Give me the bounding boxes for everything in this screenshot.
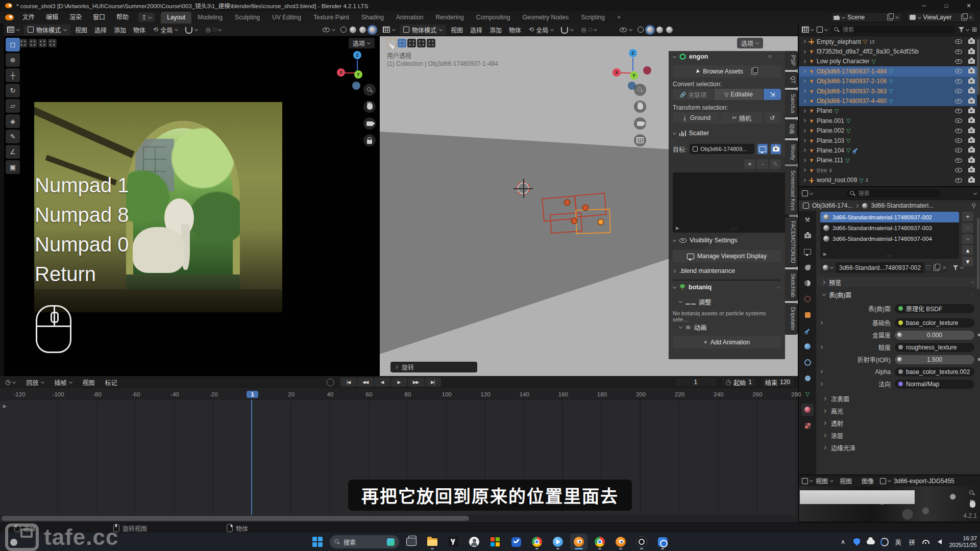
- sidebar-tab[interactable]: PSP: [785, 51, 798, 70]
- collapsed-section[interactable]: 透射: [817, 417, 980, 429]
- convert-apply-button[interactable]: ⇲: [764, 89, 781, 100]
- new-collection-button[interactable]: ⊞: [972, 26, 977, 33]
- tab-world[interactable]: [801, 293, 814, 305]
- gizmo-minus-axis[interactable]: [352, 82, 360, 90]
- ime-english-indicator[interactable]: 英: [894, 538, 902, 546]
- ior-slider[interactable]: 1.500: [895, 355, 974, 364]
- photos-button[interactable]: [654, 534, 671, 550]
- target-object-field[interactable]: Obj3d66-174809...: [690, 144, 754, 154]
- hide-viewport-toggle[interactable]: [955, 109, 962, 113]
- capcut-button[interactable]: [549, 534, 567, 550]
- tab-output[interactable]: [801, 245, 814, 258]
- tab-texture[interactable]: [801, 419, 814, 432]
- viewport-camera[interactable]: 物体模式 视图选择添加物体 ⟲全局 ◎∷: [4, 23, 381, 376]
- onedrive-cloud-icon[interactable]: [867, 538, 875, 546]
- material-slot[interactable]: 3d66-Standardmaterial-17480937-003: [820, 222, 959, 233]
- playback-button[interactable]: |◀: [340, 378, 357, 387]
- expander-icon[interactable]: [803, 158, 806, 163]
- shading-wireframe-button[interactable]: [638, 27, 644, 33]
- material-browse-dropdown[interactable]: [820, 262, 836, 273]
- properties-search[interactable]: [846, 189, 940, 197]
- normal-field[interactable]: Normal/Map: [895, 380, 974, 389]
- outliner-row[interactable]: ▼ Plane.002 ▽: [799, 126, 977, 136]
- overlays-toggle[interactable]: [320, 28, 338, 32]
- disable-render-toggle[interactable]: [968, 118, 975, 123]
- select-box-mode[interactable]: [398, 39, 406, 47]
- workspace-tab[interactable]: +: [611, 12, 627, 23]
- menu-item[interactable]: 窗口: [87, 14, 111, 21]
- linked-button[interactable]: 🔗关联项: [673, 89, 714, 100]
- playhead[interactable]: [251, 399, 252, 515]
- outliner-row[interactable]: ▼ Obj3d66-17480937-1-484 ▽: [799, 66, 977, 76]
- disable-render-toggle[interactable]: [968, 79, 975, 84]
- tab-particles[interactable]: [801, 340, 814, 353]
- ime-pinyin-indicator[interactable]: 拼: [908, 538, 916, 546]
- workspace-tab[interactable]: Layout: [161, 12, 191, 23]
- collapsed-section[interactable]: 高光: [817, 405, 980, 417]
- viewport-3d[interactable]: 物体模式 视图选择添加物体 ⟲全局 ◎∷: [380, 23, 799, 376]
- maximize-button[interactable]: □: [935, 0, 958, 11]
- scrollbar-thumb[interactable]: [2, 516, 469, 521]
- blender-active-button[interactable]: [570, 534, 587, 550]
- remove-button[interactable]: −: [757, 159, 768, 169]
- select-mode-5[interactable]: [427, 39, 435, 47]
- hide-viewport-toggle[interactable]: [955, 49, 962, 54]
- pan-hand-icon[interactable]: [970, 502, 975, 508]
- blender-menu-icon[interactable]: [5, 14, 14, 20]
- expander-icon[interactable]: [803, 178, 806, 183]
- pan-hand-icon[interactable]: [363, 101, 376, 113]
- viewport-menu-item[interactable]: 视图: [447, 27, 467, 34]
- remove-slot-button[interactable]: −: [962, 223, 973, 233]
- shading-material-button[interactable]: [359, 27, 366, 33]
- hide-viewport-toggle[interactable]: [955, 158, 962, 163]
- select-mode-3[interactable]: [407, 39, 416, 47]
- gizmo-x-axis[interactable]: X: [337, 68, 345, 77]
- legion-app-button[interactable]: [445, 534, 462, 550]
- close-icon[interactable]: ✕: [969, 15, 973, 20]
- tool-button[interactable]: ┼: [6, 68, 20, 82]
- random-button[interactable]: ✂随机: [720, 112, 764, 123]
- editor-type-dropdown[interactable]: [802, 27, 814, 33]
- outliner-row[interactable]: ▼ Obj3d66-17480937-2-106 ▽: [799, 77, 977, 86]
- search-input[interactable]: [857, 190, 937, 197]
- marker-menu[interactable]: 标记: [100, 378, 122, 387]
- viewport-visibility-toggle[interactable]: [757, 144, 768, 154]
- scene-selector[interactable]: Scene ✕: [830, 12, 902, 22]
- expander-icon[interactable]: [803, 69, 806, 73]
- editor-type-icon[interactable]: [7, 27, 14, 33]
- volume-icon[interactable]: [936, 538, 944, 546]
- outliner-row[interactable]: ▼ world_root.009 ▽ 2: [799, 175, 977, 185]
- workspace-tab[interactable]: Geometry Nodes: [517, 12, 575, 23]
- todo-app-button[interactable]: [507, 534, 525, 550]
- workspace-tab[interactable]: Modeling: [191, 12, 229, 23]
- workspace-tab[interactable]: Texture Paint: [307, 12, 355, 23]
- outliner-row[interactable]: ▼ Plane.103 ▽: [799, 136, 977, 145]
- hide-viewport-toggle[interactable]: [955, 138, 962, 143]
- close-button[interactable]: ✕: [958, 0, 980, 11]
- disable-render-toggle[interactable]: [968, 138, 975, 143]
- collapsed-section[interactable]: 次表面: [817, 392, 980, 405]
- botaniq-panel-header[interactable]: botaniq ═: [673, 284, 781, 291]
- move-slot-up-button[interactable]: ▲: [962, 245, 973, 255]
- expander-icon[interactable]: [803, 99, 806, 104]
- axis-gizmo[interactable]: Z X Y: [614, 48, 654, 89]
- viewport-menu-item[interactable]: 物体: [130, 27, 149, 34]
- playback-button[interactable]: ◀◀: [357, 378, 374, 387]
- add-animation-button[interactable]: + Add Animation: [673, 336, 781, 348]
- shading-solid-button[interactable]: [647, 27, 653, 33]
- timeline-scrollbar[interactable]: [0, 515, 798, 522]
- tab-tool[interactable]: ⚒: [801, 214, 814, 226]
- menu-item[interactable]: 渲染: [64, 14, 87, 21]
- add-button[interactable]: +: [744, 159, 755, 169]
- disable-render-toggle[interactable]: [968, 109, 975, 113]
- tab-material[interactable]: [801, 404, 814, 416]
- keyframe-decorator[interactable]: [978, 358, 980, 361]
- sidebar-tab[interactable]: Sketchfab: [785, 269, 798, 302]
- outliner-scrollbar[interactable]: [977, 39, 979, 95]
- viewport-menu-item[interactable]: 添加: [486, 27, 505, 34]
- mode-dropdown[interactable]: 物体模式: [400, 24, 446, 35]
- tab-modifiers[interactable]: [801, 324, 814, 337]
- disable-render-toggle[interactable]: [968, 39, 975, 44]
- disable-render-toggle[interactable]: [968, 59, 975, 64]
- mode-dropdown[interactable]: 物体模式: [24, 24, 70, 35]
